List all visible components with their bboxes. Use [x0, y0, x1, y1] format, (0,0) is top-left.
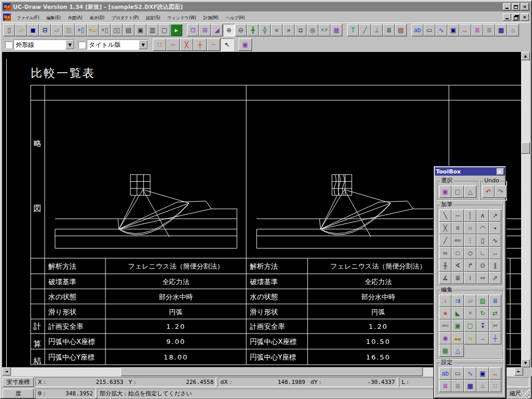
layer-checkbox[interactable]: [5, 42, 12, 48]
polyline[interactable]: ∧: [476, 209, 489, 222]
undo[interactable]: ↶: [482, 185, 495, 198]
save-file[interactable]: ◼: [27, 24, 39, 36]
sheets-settings[interactable]: ≣: [483, 24, 495, 36]
page-width-settings[interactable]: ↔: [459, 24, 471, 36]
cut-parts[interactable]: ✂: [489, 320, 501, 332]
curve-settings[interactable]: ∿: [435, 24, 447, 36]
snap-intersection[interactable]: ╳: [180, 38, 193, 51]
drawing-settings[interactable]: ⌂: [507, 24, 519, 36]
select-settings[interactable]: ▭: [451, 367, 464, 380]
leader-slope[interactable]: ⇗: [489, 272, 501, 284]
close-button[interactable]: ×: [521, 3, 529, 10]
dim-leader[interactable]: ↱: [464, 259, 476, 272]
scroll-right-button[interactable]: ►: [514, 367, 523, 376]
center-line[interactable]: ▯: [476, 234, 489, 247]
mirror[interactable]: ⇄: [489, 307, 501, 320]
mdi-restore-button[interactable]: [512, 14, 520, 21]
corner-fill[interactable]: ◣: [451, 307, 464, 320]
zoom-in[interactable]: ⊕: [223, 24, 235, 36]
page-add[interactable]: +▯: [75, 24, 87, 36]
arrow-line[interactable]: ↗: [489, 209, 501, 222]
ungroup[interactable]: ▢: [464, 320, 476, 332]
toolbox-titlebar[interactable]: ToolBox ×: [435, 167, 505, 176]
text[interactable]: abc: [451, 234, 464, 247]
partial-zoom[interactable]: ▣: [238, 38, 252, 51]
file-delete[interactable]: ▱: [51, 24, 63, 36]
sine-curve[interactable]: ∿: [489, 234, 501, 247]
dim-angular[interactable]: ∢: [451, 259, 464, 272]
list-product[interactable]: ≣: [383, 24, 395, 36]
align-center[interactable]: ┼: [489, 332, 501, 344]
resize-grip[interactable]: [523, 390, 530, 397]
zoom-out[interactable]: ⊖: [235, 24, 247, 36]
arc[interactable]: ◠: [476, 222, 489, 234]
menu-item[interactable]: 作図(A): [64, 12, 86, 22]
select-settings[interactable]: ▭: [423, 24, 435, 36]
text-edit[interactable]: abc: [439, 320, 451, 332]
title-combo[interactable]: タイトル版 ▼: [87, 39, 148, 50]
menu-item[interactable]: 計測(M): [200, 12, 222, 22]
layer-settings[interactable]: ≣: [439, 380, 451, 392]
title-checkbox[interactable]: [78, 42, 85, 48]
footing-product[interactable]: ⊥: [371, 24, 383, 36]
radial-copy[interactable]: ∗: [439, 307, 451, 320]
snap-line[interactable]: ─: [166, 38, 180, 51]
menu-item[interactable]: 表示(D): [86, 12, 108, 22]
stamp[interactable]: ◉: [439, 332, 451, 344]
system-settings[interactable]: ▣: [447, 24, 459, 36]
degree-mode-button[interactable]: 度: [3, 389, 34, 398]
chevron-down-icon[interactable]: ▼: [139, 40, 148, 49]
print-area[interactable]: ▢: [158, 24, 170, 36]
redraw[interactable]: ◘: [295, 24, 307, 36]
plot-start[interactable]: ▸: [170, 24, 182, 36]
move[interactable]: ↓: [439, 295, 451, 307]
system-settings[interactable]: ▣: [476, 367, 489, 380]
menu-item[interactable]: ファイル(F): [13, 12, 43, 22]
fill-pattern[interactable]: ▦: [439, 344, 451, 357]
page-copy[interactable]: ▯▯: [111, 24, 123, 36]
new-file[interactable]: ▯: [3, 24, 15, 36]
align-edge[interactable]: →: [476, 332, 489, 344]
mdi-document-icon[interactable]: D+: [3, 14, 11, 21]
open-file[interactable]: ▱: [15, 24, 27, 36]
horizontal-scroll-thumb[interactable]: [121, 367, 423, 376]
print-preview[interactable]: ▣: [135, 24, 147, 36]
zoom-drawing[interactable]: ◢: [211, 24, 223, 36]
grid-settings[interactable]: ∷: [489, 380, 501, 392]
save-all[interactable]: ⊟: [39, 24, 51, 36]
print-title[interactable]: ▥: [147, 24, 158, 36]
vertical-scroll-thumb[interactable]: [521, 142, 530, 154]
bolt-product[interactable]: ╱: [359, 24, 371, 36]
toolbar-settings[interactable]: ▦: [464, 380, 476, 392]
copy-object[interactable]: ▱: [464, 295, 476, 307]
mdi-close-button[interactable]: ×: [521, 14, 529, 21]
dim-horizontal[interactable]: ↔: [489, 247, 501, 259]
layer-colors[interactable]: ▦: [330, 24, 342, 36]
zoom-full[interactable]: ╬: [259, 24, 271, 36]
menu-item[interactable]: 設定(S): [142, 12, 164, 22]
snap-endpoint[interactable]: ┄: [207, 38, 220, 51]
brush[interactable]: ▬: [451, 332, 464, 344]
hatch-lines[interactable]: ≡: [451, 222, 464, 234]
minimize-button[interactable]: [503, 3, 511, 10]
snap-midpoint[interactable]: ┼: [193, 38, 207, 51]
copy[interactable]: ⇉: [451, 295, 464, 307]
horizontal-line[interactable]: ─: [451, 209, 464, 222]
circle[interactable]: ○: [464, 222, 476, 234]
toolbox-close-button[interactable]: ×: [497, 168, 504, 175]
scroll-up-button[interactable]: ▲: [521, 52, 530, 60]
layers-settings[interactable]: ≣: [471, 24, 483, 36]
select-mode[interactable]: ↖: [220, 38, 234, 51]
dim-radius[interactable]: ⊙: [476, 259, 489, 272]
config-settings[interactable]: ⌂: [476, 380, 489, 392]
view-next[interactable]: »: [283, 24, 295, 36]
plotter-product[interactable]: ▤: [395, 24, 407, 36]
vertical-scrollbar[interactable]: ▲ ▼: [521, 52, 530, 367]
scroll-down-button[interactable]: ▼: [521, 359, 530, 367]
select-area[interactable]: ▢: [451, 185, 464, 198]
wavy-line[interactable]: ∾: [476, 272, 489, 284]
page-open[interactable]: +▱: [87, 24, 99, 36]
text-settings[interactable]: ab: [439, 367, 451, 380]
view-previous[interactable]: «: [271, 24, 283, 36]
menu-item[interactable]: ヘルプ(H): [222, 12, 249, 22]
